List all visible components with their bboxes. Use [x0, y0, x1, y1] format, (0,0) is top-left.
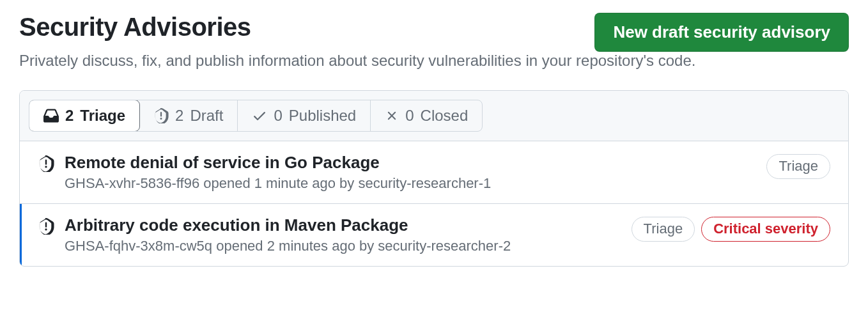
new-advisory-button[interactable]: New draft security advisory: [594, 13, 849, 52]
filter-draft-count: 2: [175, 107, 183, 125]
filter-published-count: 0: [274, 107, 282, 125]
filter-published-label: Published: [289, 107, 356, 125]
filter-triage-count: 2: [65, 107, 74, 125]
filter-closed-count: 0: [405, 107, 414, 125]
filter-closed[interactable]: 0 Closed: [371, 100, 482, 131]
advisory-meta: GHSA-fqhv-3x8m-cw5q opened 2 minutes ago…: [65, 238, 621, 254]
advisory-meta: GHSA-xvhr-5836-ff96 opened 1 minute ago …: [65, 175, 756, 192]
status-label: Triage: [632, 217, 695, 242]
advisory-list-box: 2 Triage 2 Draft 0 Published 0 Closed Re…: [19, 90, 849, 267]
filter-draft[interactable]: 2 Draft: [139, 100, 238, 131]
advisory-row[interactable]: Remote denial of service in Go PackageGH…: [20, 141, 848, 204]
advisory-labels: Triage: [766, 154, 830, 179]
status-label: Triage: [766, 154, 830, 179]
advisory-body: Remote denial of service in Go PackageGH…: [65, 153, 756, 192]
inbox-icon: [43, 108, 59, 123]
filter-triage-label: Triage: [80, 107, 125, 125]
filter-draft-label: Draft: [190, 107, 223, 125]
filter-bar: 2 Triage 2 Draft 0 Published 0 Closed: [20, 91, 848, 141]
advisory-title[interactable]: Remote denial of service in Go Package: [65, 153, 756, 173]
advisory-labels: TriageCritical severity: [632, 217, 830, 242]
shield-icon: [153, 108, 169, 123]
page-subtitle: Privately discuss, fix, and publish info…: [19, 52, 849, 70]
filter-published[interactable]: 0 Published: [238, 100, 371, 131]
check-icon: [252, 108, 267, 123]
filter-closed-label: Closed: [421, 107, 469, 125]
advisory-body: Arbitrary code execution in Maven Packag…: [65, 215, 621, 254]
x-icon: [385, 109, 399, 123]
shield-alert-icon: [38, 218, 54, 237]
severity-label: Critical severity: [701, 217, 830, 242]
advisory-row[interactable]: Arbitrary code execution in Maven Packag…: [20, 204, 848, 266]
shield-alert-icon: [38, 155, 54, 175]
filter-triage[interactable]: 2 Triage: [29, 100, 140, 132]
filter-group: 2 Triage 2 Draft 0 Published 0 Closed: [29, 100, 483, 132]
page-title: Security Advisories: [19, 13, 251, 42]
advisory-title[interactable]: Arbitrary code execution in Maven Packag…: [65, 215, 621, 235]
